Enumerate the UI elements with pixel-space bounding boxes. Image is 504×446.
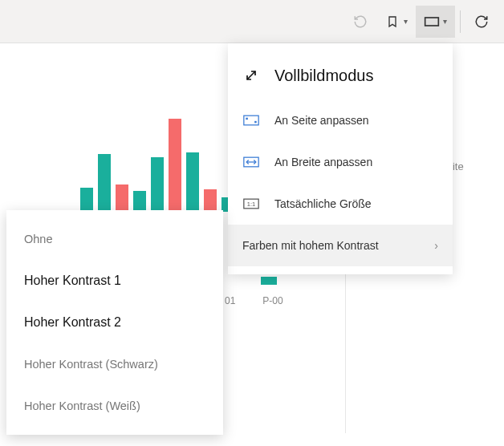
axis-labels: 01 P-00: [225, 295, 283, 306]
bar: [98, 154, 111, 212]
option-label: Ohne: [24, 233, 52, 245]
menu-label: Farben mit hohem Kontrast: [242, 239, 434, 252]
fit-width-icon: [242, 153, 260, 171]
contrast-option-none[interactable]: Ohne: [6, 218, 223, 260]
bar: [116, 184, 128, 212]
toolbar-separator: [460, 10, 461, 33]
menu-item-fit-width[interactable]: An Breite anpassen: [228, 141, 453, 183]
bar: [186, 152, 199, 212]
refresh-button[interactable]: [465, 6, 498, 38]
option-label: Hoher Kontrast (Weiß): [24, 399, 140, 412]
divider: [345, 273, 346, 433]
svg-text:1:1: 1:1: [247, 201, 255, 208]
actual-size-icon: 1:1: [242, 195, 260, 213]
menu-label: An Seite anpassen: [274, 114, 438, 127]
axis-label: 01: [225, 295, 235, 306]
menu-item-fullscreen[interactable]: Vollbildmodus: [228, 51, 453, 99]
view-menu: Vollbildmodus An Seite anpassen An Breit…: [228, 43, 453, 274]
option-label: Hoher Kontrast 2: [24, 315, 121, 330]
option-label: Hoher Kontrast (Schwarz): [24, 358, 158, 371]
bar: [151, 157, 164, 212]
contrast-option-hc2[interactable]: Hoher Kontrast 2: [6, 302, 223, 343]
menu-item-high-contrast[interactable]: Farben mit hohem Kontrast ›: [228, 225, 453, 266]
contrast-option-white[interactable]: Hoher Kontrast (Weiß): [6, 385, 223, 427]
view-rectangle-icon: [424, 14, 440, 30]
svg-rect-0: [425, 18, 439, 26]
bar: [80, 188, 93, 212]
bookmarks-button[interactable]: ▾: [376, 6, 416, 38]
bar: [169, 119, 181, 212]
axis-label: P-00: [262, 295, 282, 306]
chevron-down-icon: ▾: [404, 17, 408, 26]
chart-bars: [80, 119, 252, 212]
fullscreen-icon: [242, 67, 260, 84]
reset-button[interactable]: [344, 6, 376, 38]
legend-swatch: [261, 277, 277, 285]
menu-item-fit-page[interactable]: An Seite anpassen: [228, 99, 453, 141]
reset-icon: [352, 14, 368, 30]
contrast-option-black[interactable]: Hoher Kontrast (Schwarz): [6, 343, 223, 385]
view-mode-button[interactable]: ▾: [416, 6, 455, 38]
bar: [204, 189, 217, 212]
chevron-right-icon: ›: [434, 239, 438, 252]
fit-page-icon: [242, 112, 260, 129]
svg-rect-3: [246, 118, 248, 120]
bar: [133, 191, 146, 212]
chevron-down-icon: ▾: [443, 17, 447, 26]
refresh-icon: [474, 14, 490, 30]
menu-label: Vollbildmodus: [274, 67, 438, 85]
bookmark-icon: [384, 14, 400, 30]
svg-rect-4: [254, 121, 257, 124]
option-label: Hoher Kontrast 1: [24, 274, 121, 288]
menu-label: Tatsächliche Größe: [274, 197, 438, 210]
contrast-submenu: Ohne Hoher Kontrast 1 Hoher Kontrast 2 H…: [6, 210, 223, 435]
menu-label: An Breite anpassen: [274, 156, 438, 168]
menu-item-actual-size[interactable]: 1:1 Tatsächliche Größe: [228, 183, 453, 225]
svg-rect-2: [244, 116, 258, 125]
svg-line-1: [247, 71, 255, 79]
contrast-option-hc1[interactable]: Hoher Kontrast 1: [6, 260, 223, 302]
top-toolbar: ▾ ▾: [0, 0, 504, 43]
